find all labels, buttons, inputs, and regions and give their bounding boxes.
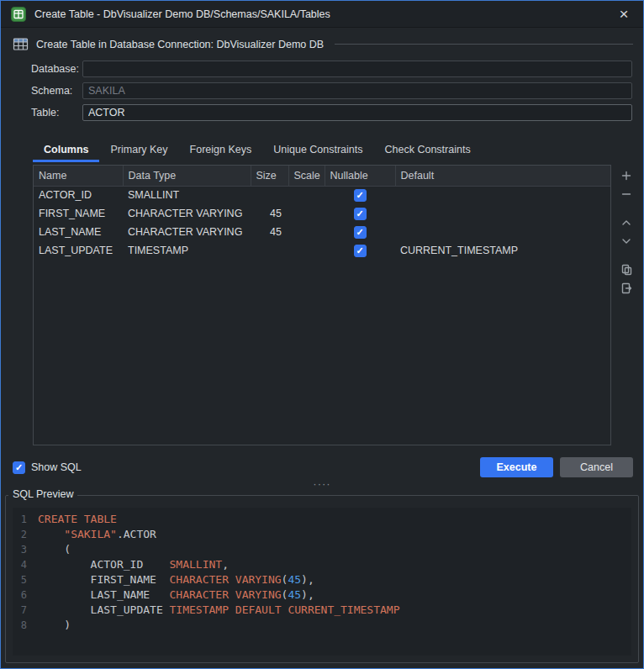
code-line: 8 ): [13, 618, 631, 633]
tab-foreign-keys[interactable]: Foreign Keys: [179, 139, 263, 162]
tab-check-constraints[interactable]: Check Constraints: [374, 139, 482, 162]
cell-name[interactable]: LAST_NAME: [34, 223, 123, 241]
database-row: Database:: [31, 61, 632, 77]
schema-label: Schema:: [31, 85, 82, 97]
close-icon[interactable]: ×: [615, 6, 633, 22]
nullable-checkbox[interactable]: [354, 226, 367, 239]
sql-editor[interactable]: 1 CREATE TABLE 2 "SAKILA".ACTOR 3 ( 4 AC…: [13, 508, 631, 656]
header-data-type[interactable]: Data Type: [123, 166, 251, 186]
cell-default[interactable]: [395, 223, 610, 241]
tab-columns[interactable]: Columns: [33, 139, 99, 162]
grid-header-row: Name Data Type Size Scale Nullable Defau…: [34, 166, 610, 186]
header-default[interactable]: Default: [395, 166, 610, 186]
line-number: 6: [13, 587, 38, 603]
table-icon: [13, 37, 29, 51]
cancel-button[interactable]: Cancel: [560, 457, 633, 477]
columns-grid-area: Name Data Type Size Scale Nullable Defau…: [33, 165, 636, 445]
nullable-checkbox[interactable]: [354, 245, 367, 257]
schema-input[interactable]: [82, 82, 632, 99]
tab-unique-constraints[interactable]: Unique Constraints: [262, 139, 373, 162]
code-token: LAST_NAME: [38, 587, 170, 603]
create-table-dialog: { "window": { "title": "Create Table - D…: [0, 0, 644, 669]
cell-size[interactable]: [251, 241, 288, 260]
cell-size[interactable]: 45: [251, 204, 288, 223]
sql-preview-title: SQL Preview: [8, 488, 77, 500]
header-size[interactable]: Size: [251, 166, 288, 186]
show-sql-checkbox[interactable]: [13, 461, 25, 474]
code-token: FIRST_NAME: [38, 572, 170, 587]
table-row[interactable]: LAST_NAME CHARACTER VARYING 45: [34, 223, 610, 241]
code-token: (: [38, 542, 71, 557]
code-token: [38, 527, 64, 542]
code-line: 6 LAST_NAME CHARACTER VARYING(45),: [13, 587, 631, 603]
table-label: Table:: [31, 107, 82, 119]
nullable-checkbox[interactable]: [354, 208, 367, 220]
show-sql-label: Show SQL: [31, 461, 82, 473]
cell-scale[interactable]: [288, 241, 325, 260]
cell-name[interactable]: FIRST_NAME: [34, 204, 123, 223]
code-token: 45: [288, 572, 301, 587]
code-token: CHARACTER VARYING: [170, 572, 282, 587]
section-title: Create Table in Database Connection: DbV…: [36, 39, 324, 50]
duplicate-row-icon[interactable]: [620, 261, 633, 279]
cell-scale[interactable]: [288, 204, 325, 223]
header-scale[interactable]: Scale: [288, 166, 325, 186]
code-line: 7 LAST_UPDATE TIMESTAMP DEFAULT CURRENT_…: [13, 603, 631, 618]
code-token: ): [38, 618, 71, 633]
row-toolbar: [616, 165, 636, 445]
section-divider: [335, 44, 633, 45]
line-number: 1: [13, 512, 38, 527]
database-input[interactable]: [82, 61, 632, 77]
cell-size[interactable]: 45: [251, 223, 288, 241]
cell-name[interactable]: LAST_UPDATE: [34, 241, 123, 260]
sql-preview-panel: SQL Preview 1 CREATE TABLE 2 "SAKILA".AC…: [5, 495, 639, 663]
cell-data-type[interactable]: SMALLINT: [123, 186, 251, 204]
code-token: (: [282, 587, 288, 603]
line-number: 7: [13, 603, 38, 618]
tab-primary-key[interactable]: Primary Key: [99, 139, 178, 162]
code-line: 5 FIRST_NAME CHARACTER VARYING(45),: [13, 572, 631, 587]
titlebar[interactable]: Create Table - DbVisualizer Demo DB/Sche…: [1, 1, 643, 28]
table-row[interactable]: FIRST_NAME CHARACTER VARYING 45: [34, 204, 610, 223]
code-token: "SAKILA": [64, 527, 117, 542]
header-nullable[interactable]: Nullable: [325, 166, 395, 186]
database-label: Database:: [31, 63, 82, 75]
export-row-icon[interactable]: [620, 279, 633, 298]
code-token: TIMESTAMP DEFAULT CURRENT_TIMESTAMP: [170, 603, 400, 618]
cell-scale[interactable]: [288, 223, 325, 241]
code-token: CHARACTER VARYING: [170, 587, 282, 603]
code-token: 45: [288, 587, 301, 603]
execute-button[interactable]: Execute: [480, 457, 553, 477]
cell-name[interactable]: ACTOR_ID: [34, 186, 123, 204]
dialog-footer: Show SQL Execute Cancel: [13, 457, 633, 477]
cell-data-type[interactable]: CHARACTER VARYING: [123, 204, 251, 223]
code-token: CREATE TABLE: [38, 512, 117, 527]
schema-row: Schema:: [31, 82, 632, 99]
cell-size[interactable]: [251, 186, 288, 204]
line-number: 4: [13, 557, 38, 572]
cell-default[interactable]: [395, 186, 610, 204]
cell-data-type[interactable]: TIMESTAMP: [123, 241, 251, 260]
line-number: 5: [13, 572, 38, 587]
splitter-handle[interactable]: ····: [1, 477, 643, 490]
cell-default[interactable]: CURRENT_TIMESTAMP: [395, 241, 610, 260]
move-down-icon[interactable]: [620, 232, 633, 250]
line-number: 2: [13, 527, 38, 542]
cell-data-type[interactable]: CHARACTER VARYING: [123, 223, 251, 241]
nullable-checkbox[interactable]: [354, 189, 367, 202]
table-row[interactable]: LAST_UPDATE TIMESTAMP CURRENT_TIMESTAMP: [34, 241, 610, 260]
cell-default[interactable]: [395, 204, 610, 223]
columns-grid: Name Data Type Size Scale Nullable Defau…: [33, 165, 611, 445]
remove-row-icon[interactable]: [620, 185, 633, 203]
create-table-dialog-icon: [11, 7, 26, 22]
table-name-input[interactable]: [82, 104, 632, 121]
cell-scale[interactable]: [288, 186, 325, 204]
move-up-icon[interactable]: [620, 213, 633, 232]
code-token: SMALLINT: [170, 557, 223, 572]
table-row[interactable]: ACTOR_ID SMALLINT: [34, 186, 610, 204]
show-sql-option: Show SQL: [13, 461, 82, 474]
code-token: ,: [222, 557, 229, 572]
add-row-icon[interactable]: [620, 166, 633, 185]
code-line: 4 ACTOR_ID SMALLINT,: [13, 557, 631, 572]
header-name[interactable]: Name: [34, 166, 123, 186]
